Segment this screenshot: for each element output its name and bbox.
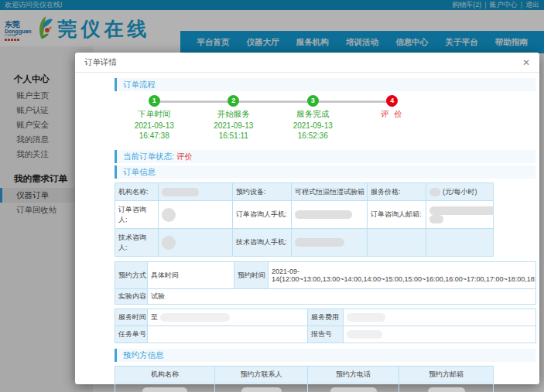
redacted-value (347, 313, 385, 322)
modal-body: 订单流程 1 下单时间 2021-09-13 16:47:38 2 开始服务 2… (75, 73, 539, 392)
step-service-started: 2 开始服务 2021-09-13 16:51:11 (194, 95, 274, 141)
booking-time-value: 2021-09-14(12:00~13:00,13:00~14:00,14:00… (269, 262, 536, 289)
booking-table: 预约方式 具体时间 预约时间 2021-09-14(12:00~13:00,13… (115, 261, 536, 305)
redacted-value (160, 313, 230, 322)
redacted-value (295, 238, 344, 247)
step-number-badge: 4 (386, 95, 398, 107)
step-number-badge: 1 (149, 95, 160, 107)
section-order-flow: 订单流程 (115, 78, 535, 91)
redacted-value (428, 387, 465, 392)
redacted-value (429, 188, 440, 196)
order-detail-modal: 订单详情 ✕ 订单流程 1 下单时间 2021-09-13 16:47:38 2… (75, 53, 539, 384)
order-info-table: 机构名称: 预约设备: 可程式恒温恒湿试验箱 服务价格: (元/每小时) 订单咨… (115, 182, 494, 257)
redacted-value (162, 188, 199, 196)
step-number-badge: 3 (307, 95, 319, 107)
redacted-value (330, 387, 377, 392)
step-review: 4 评 价 (353, 95, 433, 141)
step-order-placed: 1 下单时间 2021-09-13 16:47:38 (115, 95, 194, 141)
modal-header: 订单详情 ✕ (75, 53, 539, 73)
step-number-badge: 2 (228, 95, 239, 107)
modal-title: 订单详情 (84, 57, 117, 68)
step-service-completed: 3 服务完成 2021-09-13 16:52:36 (273, 95, 353, 141)
section-order-info: 订单信息 (115, 165, 535, 179)
service-table: 服务时间 至 服务费用 任务单号 报告号 (115, 308, 536, 343)
redacted-value (241, 387, 282, 392)
redacted-value (347, 330, 382, 339)
redacted-value (142, 387, 187, 392)
table-row (115, 383, 494, 392)
order-steps: 1 下单时间 2021-09-13 16:47:38 2 开始服务 2021-0… (115, 95, 432, 145)
redacted-value (429, 206, 494, 215)
redacted-value (162, 208, 176, 222)
redacted-value (429, 215, 443, 223)
redacted-value (295, 210, 352, 219)
status-value: 评价 (176, 152, 193, 161)
close-icon[interactable]: ✕ (522, 58, 530, 67)
current-order-status: 当前订单状态: 评价 (115, 150, 535, 163)
device-value: 可程式恒温恒湿试验箱 (292, 183, 368, 201)
redacted-value (162, 236, 176, 250)
section-reserver-info: 预约方信息 (115, 349, 535, 362)
reserver-table: 机构名称 预约方联系人 预约方电话 预约方邮箱 (115, 366, 494, 392)
